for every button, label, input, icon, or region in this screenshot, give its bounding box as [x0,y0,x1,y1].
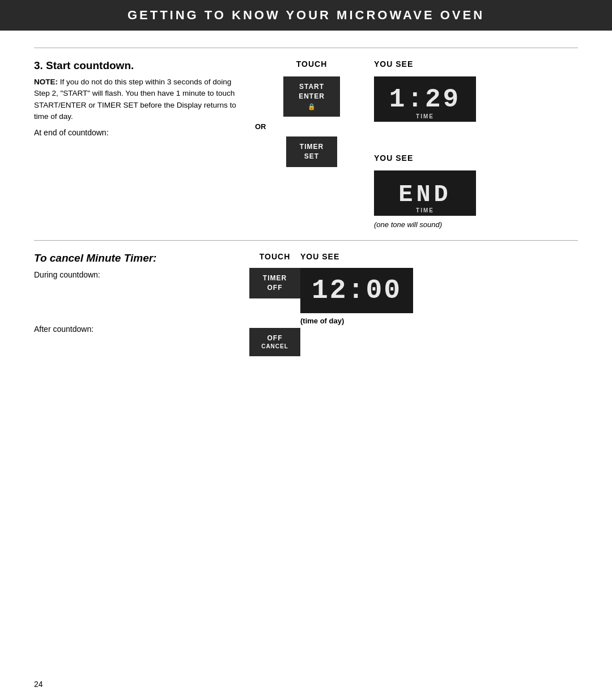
section2-right: YOU SEE 12:00 (time of day) [300,252,413,325]
section1-left: 3. Start countdown. NOTE: If you do not … [34,59,249,137]
btn-start-line1: START [299,82,324,92]
btn-timer-off-line1: TIMER [263,274,287,283]
time-of-day-display: 12:00 [300,268,413,313]
section1-center: TOUCH START ENTER 🔒 OR TIMER SET [249,59,374,167]
at-end-label: At end of countdown: [34,128,238,137]
timer-set-button[interactable]: TIMER SET [286,136,337,167]
you-see-label-2: YOU SEE [374,153,413,163]
start-enter-button[interactable]: START ENTER 🔒 [283,76,340,117]
during-countdown-label: During countdown: [34,270,238,279]
page-number: 24 [34,680,43,689]
btn-off-line1: OFF [267,334,283,343]
off-cancel-button[interactable]: OFF CANCEL [249,328,300,357]
lock-icon: 🔒 [308,103,316,111]
start-countdown-section: 3. Start countdown. NOTE: If you do not … [34,59,578,229]
btn-timer-set-line1: TIMER [300,142,324,152]
end-time-label: TIME [416,207,434,214]
section2-center: TOUCH TIMER OFF OFF CANCEL [249,252,300,356]
note-body: If you do not do this step within 3 seco… [34,78,236,121]
timer-off-button[interactable]: TIMER OFF [249,268,300,298]
cancel-timer-section: To cancel Minute Timer: During countdown… [34,252,578,356]
one-tone-caption: (one tone will sound) [374,220,442,229]
middle-divider [34,240,578,241]
or-label: OR [255,122,266,131]
you-see-label-1: YOU SEE [374,59,413,69]
note-label: NOTE: [34,78,58,86]
countdown-time-label: TIME [416,113,434,119]
section2-left: To cancel Minute Timer: During countdown… [34,252,249,334]
section1-right: YOU SEE 1:29 TIME YOU SEE END TIME (one … [374,59,578,229]
page-header: GETTING TO KNOW YOUR MICROWAVE OVEN [0,0,612,31]
btn-timer-off-line2: OFF [267,283,283,293]
countdown-time-value: 1:29 [389,87,461,113]
page-title: GETTING TO KNOW YOUR MICROWAVE OVEN [34,8,578,23]
you-see-label-3: YOU SEE [300,252,339,261]
touch-label-1: TOUCH [296,59,328,69]
btn-timer-set-line2: SET [304,152,319,161]
top-divider [34,48,578,48]
btn-start-line2: ENTER [299,92,325,101]
touch-label-2: TOUCH [260,252,291,261]
time-of-day-caption: (time of day) [300,317,344,325]
section1-title: 3. Start countdown. [34,59,238,72]
after-countdown-label: After countdown: [34,325,238,334]
time-of-day-value: 12:00 [312,277,402,304]
section1-note: NOTE: If you do not do this step within … [34,76,238,122]
section2-title: To cancel Minute Timer: [34,252,238,264]
countdown-display: 1:29 TIME [374,76,476,122]
end-display: END TIME [374,170,476,216]
page-container: GETTING TO KNOW YOUR MICROWAVE OVEN 3. S… [0,0,612,700]
end-value: END [398,183,452,207]
btn-off-line2: CANCEL [261,343,288,351]
